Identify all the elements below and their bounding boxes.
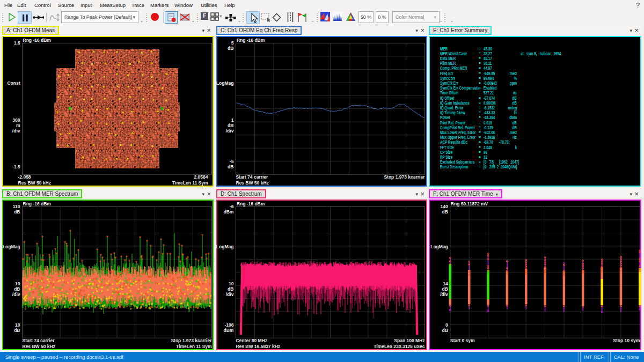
svg-text:dB: dB	[14, 209, 20, 215]
svg-text:Start 74 carrier: Start 74 carrier	[23, 338, 55, 343]
svg-text:1.5: 1.5	[14, 40, 20, 46]
svg-text:Rng -16 dBm: Rng -16 dBm	[23, 201, 52, 206]
svg-text:/div: /div	[440, 292, 448, 297]
svg-text:dB: dB	[228, 123, 233, 128]
svg-text:m: m	[16, 123, 20, 128]
svg-text:dB: dB	[442, 209, 448, 215]
svg-text:Rng 50.11872 mV: Rng 50.11872 mV	[451, 201, 488, 206]
svg-text:Start 74 carrier: Start 74 carrier	[236, 174, 268, 180]
svg-text:dB: dB	[442, 328, 448, 333]
svg-text:0: 0	[445, 322, 448, 328]
svg-text:dBm: dBm	[224, 209, 234, 215]
svg-text:Res BW 50 kHz: Res BW 50 kHz	[23, 344, 55, 349]
svg-text:TimeLen 11 Sym: TimeLen 11 Sym	[176, 344, 212, 349]
svg-text:TimeLen 230.3125 uSec: TimeLen 230.3125 uSec	[374, 344, 425, 349]
svg-text:/div: /div	[226, 292, 234, 297]
svg-text:Const: Const	[7, 80, 20, 86]
svg-text:LogMag: LogMag	[430, 244, 448, 249]
svg-text:LogMag: LogMag	[216, 80, 233, 86]
svg-text:Stop 1.973 kcarrier: Stop 1.973 kcarrier	[171, 338, 212, 343]
svg-text:Rng -16 dBm: Rng -16 dBm	[237, 201, 265, 206]
svg-text:LogMag: LogMag	[216, 244, 233, 249]
svg-text:5: 5	[231, 40, 234, 46]
svg-text:Res BW 50 kHz: Res BW 50 kHz	[18, 180, 51, 186]
svg-text:Res BW 50 kHz: Res BW 50 kHz	[236, 180, 268, 186]
svg-text:10: 10	[229, 281, 234, 286]
svg-text:Rng -16 dBm: Rng -16 dBm	[23, 38, 52, 43]
svg-text:-6: -6	[230, 204, 234, 209]
svg-text:10: 10	[15, 322, 20, 328]
svg-text:10: 10	[15, 281, 20, 286]
svg-text:-1.5: -1.5	[12, 164, 20, 169]
svg-text:dB: dB	[14, 328, 20, 333]
svg-text:-5: -5	[230, 159, 234, 164]
svg-text:2.0584: 2.0584	[194, 174, 208, 180]
svg-text:dB: dB	[228, 164, 233, 169]
svg-text:Stop 1.973 kcarrier: Stop 1.973 kcarrier	[384, 174, 425, 180]
svg-text:TimeLen 11 Sym: TimeLen 11 Sym	[172, 180, 208, 186]
svg-text:1: 1	[231, 117, 234, 123]
svg-text:300: 300	[12, 117, 20, 123]
svg-text:14: 14	[443, 281, 448, 286]
svg-text:-106: -106	[224, 322, 233, 328]
svg-text:110: 110	[13, 204, 20, 209]
svg-text:Span 100 MHz: Span 100 MHz	[394, 338, 425, 343]
svg-text:Stop 10 sym: Stop 10 sym	[613, 338, 640, 343]
svg-text:Center 80 MHz: Center 80 MHz	[236, 338, 267, 343]
svg-text:/div: /div	[226, 128, 234, 134]
svg-text:Rng -16 dBm: Rng -16 dBm	[237, 38, 265, 43]
svg-text:dB: dB	[14, 286, 20, 292]
svg-text:/div: /div	[12, 128, 20, 134]
svg-text:dB: dB	[228, 286, 233, 292]
svg-text:dB: dB	[442, 286, 448, 292]
svg-text:Start 0 sym: Start 0 sym	[450, 338, 475, 343]
svg-text:Res BW 16.5837 kHz: Res BW 16.5837 kHz	[236, 344, 280, 349]
svg-text:/div: /div	[12, 292, 20, 297]
svg-text:140: 140	[441, 204, 448, 209]
svg-text:-2.058: -2.058	[18, 174, 31, 180]
svg-text:dB: dB	[228, 46, 233, 51]
svg-text:dBm: dBm	[224, 328, 234, 333]
svg-text:LogMag: LogMag	[3, 244, 20, 249]
